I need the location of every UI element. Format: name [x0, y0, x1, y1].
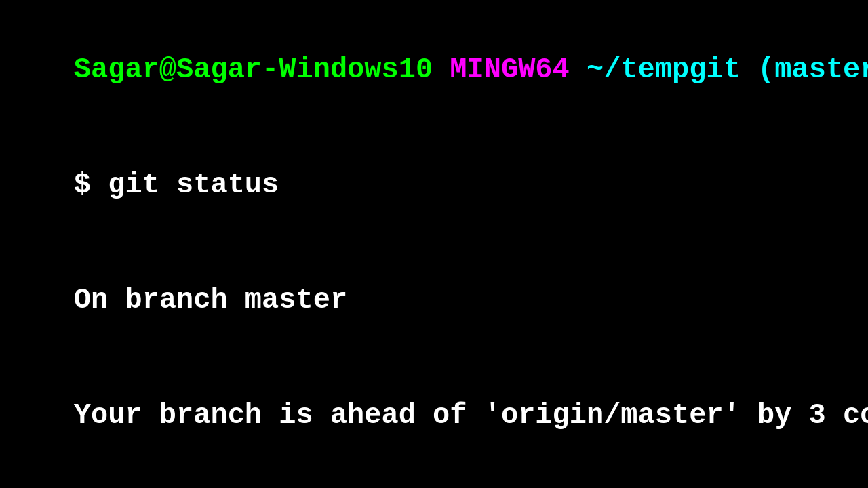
- shell-name: MINGW64: [450, 54, 569, 86]
- user-host: Sagar@Sagar-Windows10: [74, 54, 433, 86]
- current-dir: ~/tempgit: [587, 54, 741, 86]
- on-branch-text: On branch master: [74, 284, 347, 317]
- ahead-line: Your branch is ahead of 'origin/master' …: [5, 358, 868, 473]
- use-push-line: (use "git push" to publish your local co…: [5, 473, 868, 488]
- on-branch-line: On branch master: [5, 243, 868, 358]
- prompt-line: Sagar@Sagar-Windows10 MINGW64 ~/tempgit …: [5, 12, 868, 127]
- terminal-window: Sagar@Sagar-Windows10 MINGW64 ~/tempgit …: [0, 7, 868, 488]
- command-text: $ git status: [74, 169, 279, 201]
- ahead-text: Your branch is ahead of 'origin/master' …: [74, 399, 868, 432]
- command-line: $ git status: [5, 127, 868, 243]
- git-branch-prompt: (master): [757, 54, 868, 86]
